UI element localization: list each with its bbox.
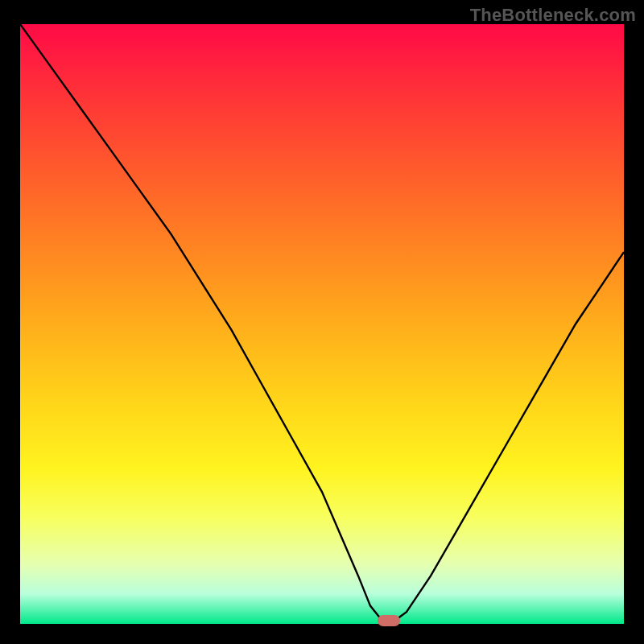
chart-frame: TheBottleneck.com <box>0 0 644 644</box>
plot-area <box>20 24 624 624</box>
bottleneck-curve <box>20 24 624 624</box>
watermark-text: TheBottleneck.com <box>470 5 636 26</box>
optimal-marker <box>378 615 400 626</box>
curve-path <box>20 24 624 621</box>
